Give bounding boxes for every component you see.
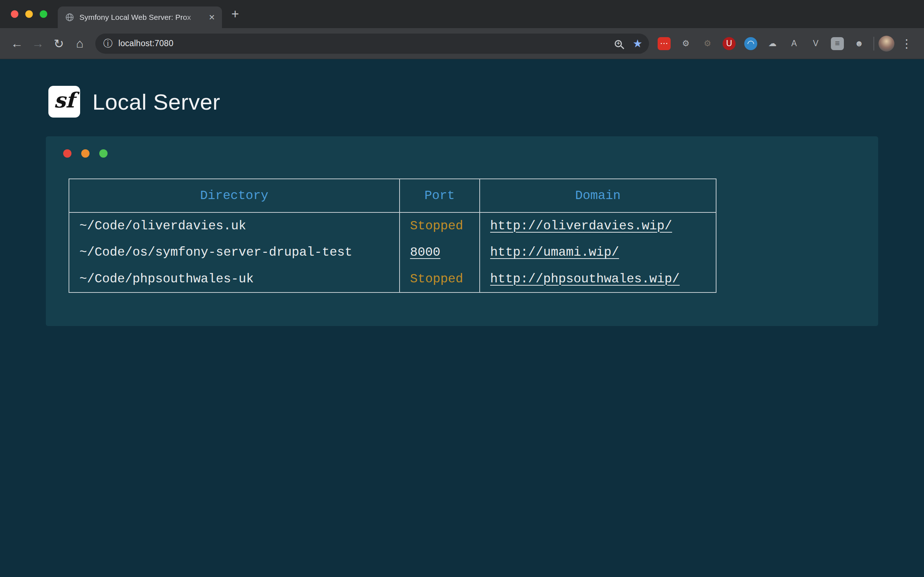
panel-green-dot-icon <box>99 149 108 158</box>
extension-gear-light-icon[interactable]: ⚙ <box>679 37 692 50</box>
back-icon[interactable]: ← <box>6 33 27 54</box>
page-header: sf Local Server <box>48 86 924 118</box>
extensions-bar: ⋯⚙⚙U◠☁AV≡☻ <box>657 37 866 50</box>
domain-link[interactable]: http://oliverdavies.wip/ <box>490 219 672 233</box>
tab-title: Symfony Local Web Server: Prox <box>79 13 202 22</box>
symfony-proxy-page: sf Local Server Directory Port Domain <box>0 59 924 577</box>
symfony-logo-icon: sf <box>48 86 80 118</box>
browser-tab[interactable]: Symfony Local Web Server: Prox × <box>58 6 222 28</box>
server-panel: Directory Port Domain ~/Code/oliverdavie… <box>46 136 878 326</box>
domain-link[interactable]: http://umami.wip/ <box>490 245 619 259</box>
browser-menu-icon[interactable]: ⋮ <box>901 37 913 50</box>
tab-close-icon[interactable]: × <box>208 12 216 23</box>
reload-icon[interactable]: ↻ <box>48 33 69 54</box>
home-icon[interactable]: ⌂ <box>69 33 90 54</box>
extension-a-icon[interactable]: A <box>788 37 801 50</box>
extension-blue-icon[interactable]: ◠ <box>744 37 757 50</box>
port-status: Stopped <box>410 219 463 233</box>
domain-link[interactable]: http://phpsouthwales.wip/ <box>490 272 680 286</box>
column-header-domain: Domain <box>480 179 716 213</box>
extension-ublock-icon[interactable]: U <box>723 37 736 50</box>
port-status: Stopped <box>410 272 463 286</box>
panel-orange-dot-icon <box>81 149 89 158</box>
panel-window-dots <box>63 149 878 158</box>
browser-toolbar: ← → ↻ ⌂ ⓘ localhost:7080 ★ ⋯⚙⚙U◠☁AV≡☻ ⋮ <box>0 28 924 59</box>
window-controls <box>11 10 47 18</box>
column-header-directory: Directory <box>69 179 399 213</box>
window-zoom-button[interactable] <box>40 10 47 18</box>
directory-cell: ~/Code/oliverdavies.uk <box>69 213 399 239</box>
extension-gray-square-icon[interactable]: ≡ <box>831 37 844 50</box>
panel-red-dot-icon <box>63 149 71 158</box>
table-row: ~/Code/phpsouthwales-uk Stopped http://p… <box>69 266 716 292</box>
column-header-port: Port <box>399 179 480 213</box>
window-minimize-button[interactable] <box>25 10 33 18</box>
profile-avatar[interactable] <box>879 36 894 52</box>
forward-icon: → <box>27 33 48 54</box>
servers-table-wrap: Directory Port Domain ~/Code/oliverdavie… <box>69 179 878 293</box>
table-row: ~/Code/os/symfony-server-drupal-test 800… <box>69 239 716 266</box>
site-info-icon[interactable]: ⓘ <box>103 37 113 50</box>
tab-strip: Symfony Local Web Server: Prox × + <box>0 0 924 28</box>
toolbar-divider <box>874 37 874 50</box>
table-row: ~/Code/oliverdavies.uk Stopped http://ol… <box>69 213 716 239</box>
window-close-button[interactable] <box>11 10 18 18</box>
new-tab-button[interactable]: + <box>231 8 239 21</box>
directory-cell: ~/Code/phpsouthwales-uk <box>69 266 399 292</box>
extension-gear-dark-icon[interactable]: ⚙ <box>701 37 714 50</box>
globe-favicon-icon <box>65 13 74 22</box>
page-zoom-icon[interactable] <box>615 40 622 47</box>
extension-red-dots-icon[interactable]: ⋯ <box>657 37 670 50</box>
extension-github-icon[interactable]: ☻ <box>853 37 866 50</box>
extension-v-icon[interactable]: V <box>809 37 822 50</box>
servers-table: Directory Port Domain ~/Code/oliverdavie… <box>69 179 716 293</box>
table-header-row: Directory Port Domain <box>69 179 716 213</box>
port-link[interactable]: 8000 <box>410 245 440 259</box>
address-bar[interactable]: ⓘ localhost:7080 ★ <box>95 34 649 54</box>
page-title: Local Server <box>92 89 220 115</box>
directory-cell: ~/Code/os/symfony-server-drupal-test <box>69 239 399 266</box>
bookmark-star-icon[interactable]: ★ <box>633 37 643 50</box>
extension-cloud-icon[interactable]: ☁ <box>766 37 779 50</box>
url-text: localhost:7080 <box>118 39 174 48</box>
